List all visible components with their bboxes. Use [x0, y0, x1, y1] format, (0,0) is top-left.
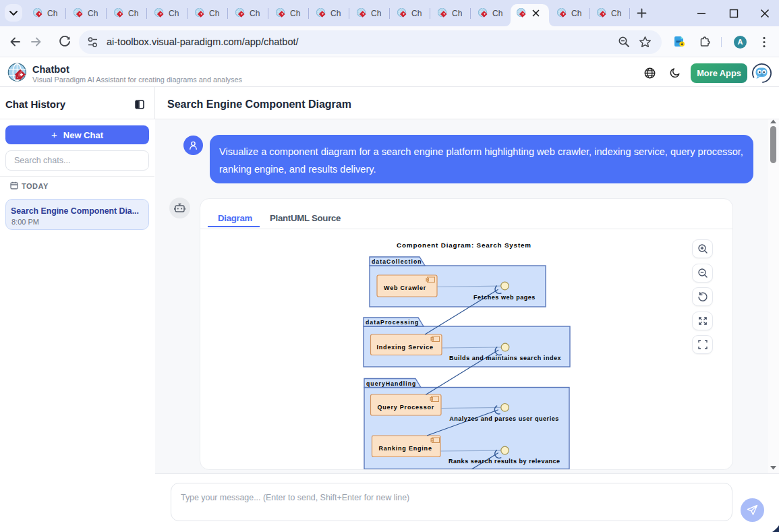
svg-text:Ranking Engine: Ranking Engine	[379, 445, 432, 452]
svg-text:Indexing Service: Indexing Service	[377, 344, 434, 351]
svg-text:Builds and maintains search in: Builds and maintains search index	[449, 355, 561, 361]
svg-text:Component Diagram: Search Syst: Component Diagram: Search System	[397, 241, 531, 249]
svg-text:Web Crawler: Web Crawler	[384, 285, 426, 291]
svg-text:Analyzes and parses user queri: Analyzes and parses user queries	[449, 415, 559, 422]
svg-text:Query Processor: Query Processor	[378, 404, 435, 411]
svg-text:dataCollection: dataCollection	[372, 258, 422, 265]
svg-text:Fetches web pages: Fetches web pages	[473, 294, 536, 301]
svg-text:queryHandling: queryHandling	[366, 380, 416, 387]
svg-text:Ranks search results by releva: Ranks search results by relevance	[449, 458, 560, 465]
svg-text:dataProcessing: dataProcessing	[366, 319, 419, 326]
